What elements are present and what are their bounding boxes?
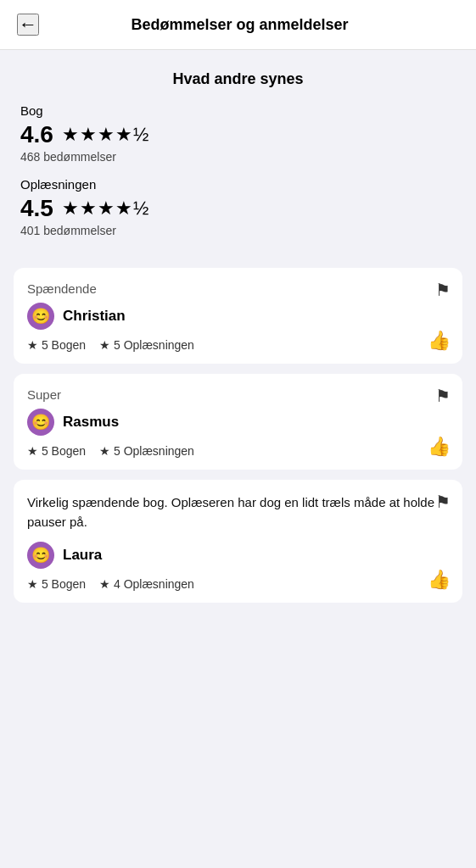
review-title: Super bbox=[27, 387, 449, 402]
thumb-button[interactable]: 👍 bbox=[428, 569, 451, 591]
review-title: Spændende bbox=[27, 281, 449, 296]
flag-button[interactable]: ⚑ bbox=[435, 280, 451, 300]
bog-rating: ★ 5 Bogen bbox=[27, 444, 86, 458]
oplaesningen-label: Oplæsningen bbox=[20, 177, 456, 192]
author-name: Rasmus bbox=[63, 414, 119, 431]
bog-count: 468 bedømmelser bbox=[20, 150, 456, 164]
oplaes-rating: ★ 4 Oplæsningen bbox=[99, 577, 194, 591]
review-author-row: 😊 Rasmus bbox=[27, 409, 449, 436]
thumb-button[interactable]: 👍 bbox=[428, 436, 451, 458]
oplaesningen-count: 401 bedømmelser bbox=[20, 224, 456, 237]
thumb-button[interactable]: 👍 bbox=[428, 330, 451, 352]
review-ratings: ★ 5 Bogen ★ 5 Oplæsningen bbox=[27, 444, 449, 458]
back-button[interactable]: ← bbox=[17, 14, 39, 36]
author-name: Christian bbox=[63, 308, 126, 325]
summary-section: Hvad andre synes Bog 4.6 ★★★★½ 468 bedøm… bbox=[0, 50, 476, 268]
reviews-container: Spændende 😊 Christian ★ 5 Bogen ★ 5 Oplæ… bbox=[0, 268, 476, 616]
bog-rating: ★ 5 Bogen bbox=[27, 577, 86, 591]
author-name: Laura bbox=[63, 547, 102, 564]
review-author-row: 😊 Christian bbox=[27, 303, 449, 330]
review-card: Virkelig spændende bog. Oplæseren har do… bbox=[14, 480, 462, 603]
review-card: Super 😊 Rasmus ★ 5 Bogen ★ 5 Oplæsningen… bbox=[14, 374, 462, 470]
review-ratings: ★ 5 Bogen ★ 4 Oplæsningen bbox=[27, 577, 449, 591]
avatar: 😊 bbox=[27, 409, 54, 436]
summary-heading: Hvad andre synes bbox=[20, 70, 456, 88]
oplaesningen-rating-row: 4.5 ★★★★½ bbox=[20, 195, 456, 222]
bog-stars: ★★★★½ bbox=[62, 124, 149, 146]
header: ← Bedømmelser og anmeldelser bbox=[0, 0, 476, 50]
review-text: Virkelig spændende bog. Oplæseren har do… bbox=[27, 493, 449, 531]
oplaes-rating: ★ 5 Oplæsningen bbox=[99, 444, 194, 458]
review-author-row: 😊 Laura bbox=[27, 542, 449, 569]
oplaesningen-stars: ★★★★½ bbox=[62, 198, 149, 220]
review-ratings: ★ 5 Bogen ★ 5 Oplæsningen bbox=[27, 338, 449, 352]
bog-rating-row: 4.6 ★★★★½ bbox=[20, 121, 456, 148]
avatar: 😊 bbox=[27, 303, 54, 330]
flag-button[interactable]: ⚑ bbox=[435, 386, 451, 406]
flag-button[interactable]: ⚑ bbox=[435, 492, 451, 512]
page-title: Bedømmelser og anmeldelser bbox=[53, 16, 427, 34]
bog-rating: ★ 5 Bogen bbox=[27, 338, 86, 352]
oplaesningen-score: 4.5 bbox=[20, 195, 53, 222]
bog-score: 4.6 bbox=[20, 121, 53, 148]
bog-label: Bog bbox=[20, 103, 456, 118]
oplaes-rating: ★ 5 Oplæsningen bbox=[99, 338, 194, 352]
avatar: 😊 bbox=[27, 542, 54, 569]
review-card: Spændende 😊 Christian ★ 5 Bogen ★ 5 Oplæ… bbox=[14, 268, 462, 364]
